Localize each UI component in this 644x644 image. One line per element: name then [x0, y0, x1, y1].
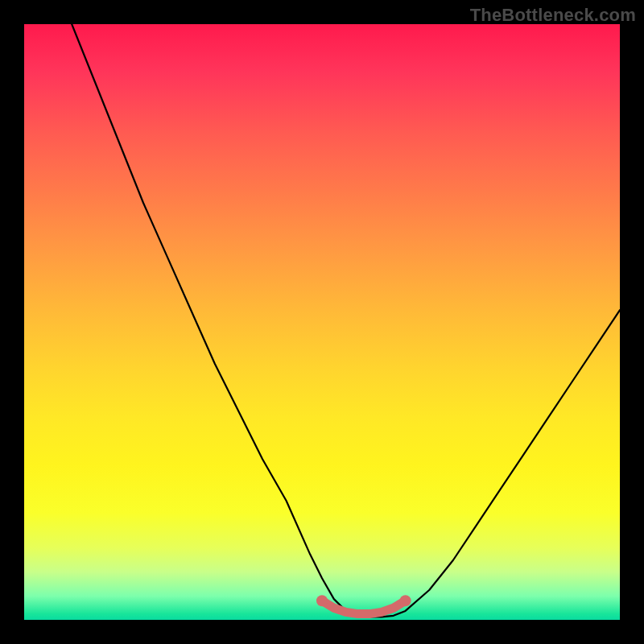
chart-frame: TheBottleneck.com	[0, 0, 644, 644]
optimal-zone-endpoint	[316, 595, 328, 606]
curve-layer	[24, 24, 620, 620]
optimal-zone-endpoint	[400, 595, 411, 606]
optimal-zone-path	[322, 601, 406, 613]
plot-area	[24, 24, 620, 620]
watermark-label: TheBottleneck.com	[470, 5, 636, 26]
bottleneck-curve-path	[72, 24, 620, 617]
